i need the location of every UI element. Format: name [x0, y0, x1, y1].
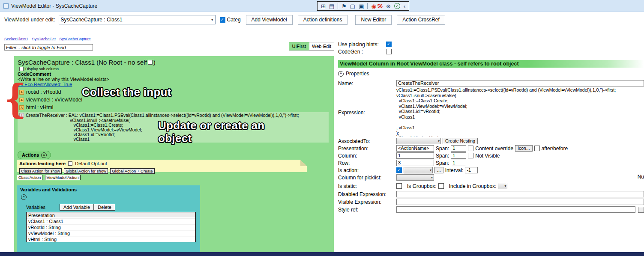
action-crossref-button[interactable]: Action CrossRef — [397, 15, 445, 25]
is-static-checkbox[interactable] — [396, 183, 402, 189]
presentation-row: Presentation: <ActionName> Span: 1 Conte… — [338, 145, 644, 152]
column-row: Column: 1 Span: 1 Not Visible — [338, 152, 644, 159]
eal-expression-first-line: CreateTheReceiver : EAL: vClass1:=Class1… — [26, 113, 299, 118]
disabled-expression-label: Disabled Expression: — [338, 191, 396, 197]
style-ref-button[interactable] — [638, 207, 644, 213]
link-seekerclass1[interactable]: SeekerClass1 — [4, 37, 28, 41]
column-row-label: rootid : vRootId — [26, 89, 61, 95]
icon-picker-button[interactable]: Icon... — [515, 145, 533, 152]
global-action-create-button[interactable]: Global Action + Create — [110, 168, 154, 174]
link-syscachecapture[interactable]: SysCacheCapture — [60, 37, 91, 41]
record-icon[interactable]: ◉ — [371, 3, 376, 9]
after-before-label: after/before — [542, 146, 568, 152]
use-placing-hints-checkbox[interactable] — [386, 42, 392, 47]
table-row[interactable]: vClass1 : Class1 — [27, 218, 196, 224]
variables-section-title: Variables and Validations — [20, 187, 197, 192]
delete-variable-button[interactable]: Delete — [94, 204, 115, 211]
tab-webedit[interactable]: Web-Edit — [309, 42, 334, 51]
variables-controls: Variables Add Variable Delete — [20, 204, 197, 211]
class-action-button[interactable]: Class Action — [17, 175, 42, 180]
associated-to-row: AssociatedTo: ▾ Create Nesting — [338, 138, 644, 144]
content-override-checkbox[interactable] — [468, 146, 473, 151]
row-input[interactable]: 3 — [396, 160, 434, 166]
column-row-html[interactable]: A html : vHtml — [19, 104, 331, 111]
frame-icon[interactable]: ▣ — [359, 3, 364, 9]
back-icon[interactable]: ‹ — [404, 3, 405, 9]
disabled-expression-input[interactable] — [396, 191, 644, 197]
export-icon[interactable]: ⊞ — [321, 3, 326, 9]
display-sub-column-checkbox[interactable] — [19, 67, 24, 71]
titlebar: ViewModel Editor - SysCacheCapture ⊞ ▤ ⚑… — [0, 0, 644, 12]
codegen-checkbox[interactable] — [386, 49, 392, 54]
categ-checkbox[interactable] — [220, 17, 225, 23]
filter-input[interactable] — [4, 44, 93, 51]
name-input[interactable]: CreateTheReceiver — [396, 80, 644, 86]
edit-mode-tabs: UIFirst Web-Edit — [289, 42, 334, 51]
default-optout-checkbox[interactable] — [68, 161, 72, 166]
chevron-up-icon[interactable]: ^ — [21, 194, 27, 200]
variable-cell: vRootId : String — [27, 224, 196, 230]
variables-table-header: Presentation — [27, 212, 196, 218]
style-ref-input[interactable] — [396, 206, 635, 213]
column-row-viewmodel[interactable]: A viewmodel : vViewModel — [19, 96, 331, 104]
no-root-checkbox[interactable] — [148, 60, 153, 65]
presentation-span-input[interactable]: 1 — [451, 145, 466, 152]
action-dropdown[interactable]: ▾ — [404, 167, 433, 173]
include-in-groupbox-dropdown[interactable]: ▾ — [498, 183, 507, 189]
add-viewmodel-button[interactable]: Add ViewModel — [246, 15, 293, 25]
viewmodel-links: SeekerClass1 SysCacheGet SysCacheCapture — [4, 37, 93, 41]
row-span-input[interactable]: 1 — [451, 160, 466, 166]
check-icon[interactable]: ✓ — [394, 3, 400, 9]
camera-icon[interactable]: ▤ — [329, 3, 334, 9]
is-action-checkbox[interactable] — [396, 167, 402, 173]
toolbar-tray: ⊞ ▤ ⚑ ▢ ▣ ◉ 56 ⊛ ✓ ‹ — [317, 1, 409, 11]
picklist-dropdown[interactable]: ▾ — [396, 174, 434, 181]
variables-label: Variables — [26, 205, 60, 210]
create-nesting-button[interactable]: Create Nesting — [443, 138, 478, 144]
folded-corner — [300, 160, 307, 166]
not-visible-checkbox[interactable] — [468, 153, 473, 158]
table-row[interactable]: vViewModel : String — [27, 230, 196, 236]
presentation-input[interactable]: <ActionName> — [396, 145, 434, 152]
new-editor-button[interactable]: New Editor — [355, 15, 392, 25]
table-row[interactable]: vRootId : String — [27, 224, 196, 230]
associated-to-dropdown[interactable]: ▾ — [396, 138, 441, 144]
column-row-rootid[interactable]: A rootid : vRootId — [19, 88, 331, 96]
disabled-expression-row: Disabled Expression: — [338, 191, 644, 197]
table-row[interactable]: vHtml : String — [27, 236, 196, 242]
column-row-label: html : vHtml — [26, 104, 53, 110]
viewmodel-action-button[interactable]: ViewModel Action — [45, 175, 81, 180]
properties-expander[interactable]: ^ Properties — [338, 70, 644, 77]
span-label: Span: — [436, 146, 449, 152]
column-span-input[interactable]: 1 — [451, 152, 466, 159]
actions-expander[interactable]: Actions v — [18, 151, 51, 159]
action-buttons-row1: Class Action for show Global Action for … — [19, 167, 304, 174]
create-the-receiver-line: ƒ CreateTheReceiver : EAL: vClass1:=Clas… — [19, 113, 327, 118]
default-optout-label: Default Opt-out — [75, 161, 107, 166]
code-comment-placeholder[interactable]: <Write a line on why this ViewModel exis… — [18, 77, 331, 82]
tab-uifirst[interactable]: UIFirst — [289, 42, 309, 51]
accessibility-icon[interactable]: ⊛ — [386, 3, 391, 9]
visible-expression-input[interactable] — [396, 199, 644, 205]
visible-expression-row: Visible Expression: — [338, 199, 644, 205]
interval-input[interactable]: -1 — [465, 167, 478, 173]
add-variable-button[interactable]: Add Variable — [60, 204, 94, 211]
is-groupbox-checkbox[interactable] — [438, 183, 444, 189]
actions-leading-here-section: Actions leading here Default Opt-out Cla… — [17, 160, 307, 172]
column-input[interactable]: 1 — [396, 152, 434, 159]
name-label: Name: — [338, 80, 396, 86]
global-action-for-show-button[interactable]: Global Action for show — [64, 168, 108, 174]
action-definitions-button[interactable]: Action definitions — [298, 15, 348, 25]
column-label: Column: — [338, 152, 396, 159]
action-ellipsis-button[interactable]: ... — [434, 167, 443, 173]
class-action-for-show-button[interactable]: Class Action for show — [19, 168, 62, 174]
flag-icon[interactable]: ⚑ — [341, 3, 347, 9]
windows-taskbar[interactable] — [0, 252, 644, 256]
viewmodel-select[interactable]: SysCacheCapture : Class1 ▾ — [59, 15, 216, 24]
stop-icon[interactable]: ▢ — [350, 3, 355, 9]
variable-cell: vHtml : String — [27, 236, 196, 242]
variable-cell: vClass1 : Class1 — [27, 218, 196, 224]
link-syscacheget[interactable]: SysCacheGet — [32, 37, 56, 41]
after-before-checkbox[interactable] — [534, 146, 540, 151]
expression-editor[interactable]: vClass1:=Class1.PSEval(Class1.allinstanc… — [396, 87, 616, 137]
